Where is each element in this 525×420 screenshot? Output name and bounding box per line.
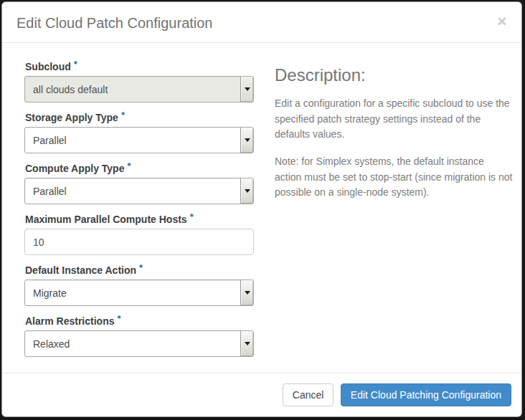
field-storage-apply-type: Storage Apply Type* Parallel (24, 112, 254, 153)
dialog-footer: Cancel Edit Cloud Patching Configuration (2, 373, 521, 416)
subcloud-label: Subcloud* (25, 61, 254, 73)
form-column: Subcloud* all clouds default Storage App… (24, 61, 254, 366)
description-column: Description: Edit a configuration for a … (275, 61, 513, 366)
cancel-button[interactable]: Cancel (283, 383, 334, 406)
compute-apply-type-select-value: Parallel (33, 186, 67, 197)
default-instance-action-select-value: Migrate (33, 287, 67, 299)
select-arrow-strip (240, 77, 253, 102)
compute-apply-type-select[interactable]: Parallel (24, 178, 254, 204)
select-arrow-strip (240, 128, 253, 153)
submit-button[interactable]: Edit Cloud Patching Configuration (341, 383, 511, 406)
required-asterisk: * (139, 262, 143, 273)
select-arrow-strip (240, 331, 253, 356)
storage-apply-type-select[interactable]: Parallel (24, 127, 254, 153)
description-paragraph: Edit a configuration for a specific subc… (275, 96, 513, 143)
chevron-down-icon (245, 138, 250, 142)
description-note-paragraph: Note: for Simplex systems, the default i… (275, 154, 513, 201)
required-asterisk: * (190, 211, 194, 222)
edit-cloud-patch-configuration-dialog: ✕ Edit Cloud Patch Configuration Subclou… (1, 1, 522, 417)
required-asterisk: * (127, 161, 131, 171)
field-alarm-restrictions: Alarm Restrictions* Relaxed (24, 315, 254, 357)
max-parallel-compute-hosts-input[interactable] (24, 229, 254, 255)
storage-apply-type-label: Storage Apply Type* (25, 112, 254, 124)
dialog-header: ✕ Edit Cloud Patch Configuration (2, 2, 521, 43)
select-arrow-strip (240, 280, 253, 305)
chevron-down-icon (245, 189, 250, 193)
description-heading: Description: (275, 65, 513, 86)
subcloud-select[interactable]: all clouds default (24, 76, 254, 102)
default-instance-action-select[interactable]: Migrate (24, 280, 254, 306)
alarm-restrictions-select[interactable]: Relaxed (24, 330, 254, 357)
close-icon[interactable]: ✕ (497, 14, 507, 31)
storage-apply-type-select-value: Parallel (33, 135, 67, 146)
alarm-restrictions-label: Alarm Restrictions* (25, 315, 254, 328)
field-max-parallel-compute-hosts: Maximum Parallel Compute Hosts* (24, 214, 254, 255)
chevron-down-icon (245, 87, 250, 91)
required-asterisk: * (74, 59, 77, 70)
default-instance-action-label: Default Instance Action* (25, 264, 254, 277)
max-parallel-compute-hosts-label: Maximum Parallel Compute Hosts* (25, 214, 254, 226)
compute-apply-type-label: Compute Apply Type* (25, 163, 254, 175)
chevron-down-icon (245, 291, 250, 295)
field-default-instance-action: Default Instance Action* Migrate (24, 264, 254, 306)
field-compute-apply-type: Compute Apply Type* Parallel (24, 163, 254, 204)
chevron-down-icon (245, 342, 250, 345)
dialog-title: Edit Cloud Patch Configuration (16, 13, 213, 33)
select-arrow-strip (240, 178, 253, 204)
required-asterisk: * (117, 313, 120, 324)
required-asterisk: * (121, 110, 125, 120)
field-subcloud: Subcloud* all clouds default (24, 61, 254, 102)
dialog-body: Subcloud* all clouds default Storage App… (2, 43, 521, 366)
alarm-restrictions-select-value: Relaxed (33, 338, 70, 350)
subcloud-select-value: all clouds default (33, 84, 108, 95)
